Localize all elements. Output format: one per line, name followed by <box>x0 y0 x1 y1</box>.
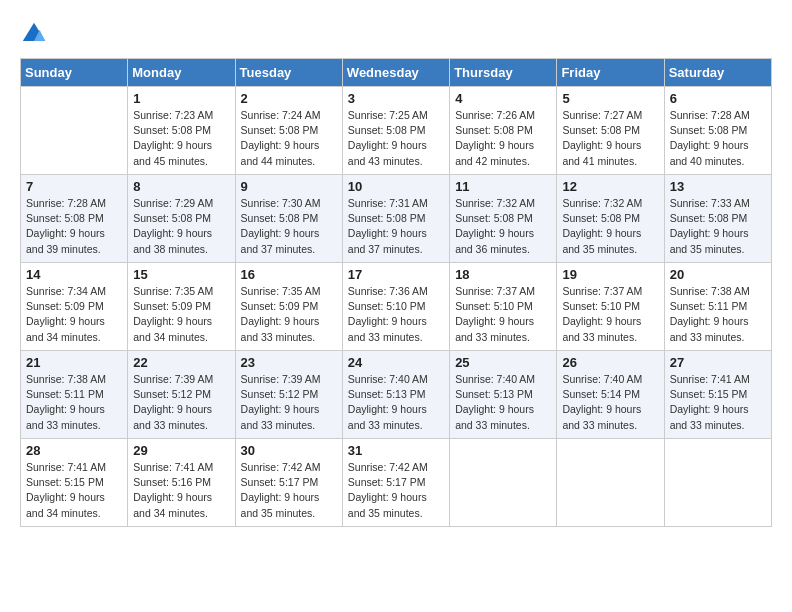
day-info: Sunrise: 7:27 AM Sunset: 5:08 PM Dayligh… <box>562 108 658 169</box>
calendar-cell: 6Sunrise: 7:28 AM Sunset: 5:08 PM Daylig… <box>664 87 771 175</box>
day-number: 4 <box>455 91 551 106</box>
weekday-header: Saturday <box>664 59 771 87</box>
weekday-header: Friday <box>557 59 664 87</box>
weekday-header: Wednesday <box>342 59 449 87</box>
day-info: Sunrise: 7:28 AM Sunset: 5:08 PM Dayligh… <box>670 108 766 169</box>
day-info: Sunrise: 7:29 AM Sunset: 5:08 PM Dayligh… <box>133 196 229 257</box>
day-info: Sunrise: 7:30 AM Sunset: 5:08 PM Dayligh… <box>241 196 337 257</box>
day-info: Sunrise: 7:37 AM Sunset: 5:10 PM Dayligh… <box>562 284 658 345</box>
calendar-week-row: 14Sunrise: 7:34 AM Sunset: 5:09 PM Dayli… <box>21 263 772 351</box>
day-number: 7 <box>26 179 122 194</box>
calendar-cell: 20Sunrise: 7:38 AM Sunset: 5:11 PM Dayli… <box>664 263 771 351</box>
day-info: Sunrise: 7:32 AM Sunset: 5:08 PM Dayligh… <box>455 196 551 257</box>
day-info: Sunrise: 7:35 AM Sunset: 5:09 PM Dayligh… <box>133 284 229 345</box>
day-number: 26 <box>562 355 658 370</box>
weekday-header: Monday <box>128 59 235 87</box>
calendar-cell: 29Sunrise: 7:41 AM Sunset: 5:16 PM Dayli… <box>128 439 235 527</box>
day-number: 23 <box>241 355 337 370</box>
day-info: Sunrise: 7:38 AM Sunset: 5:11 PM Dayligh… <box>26 372 122 433</box>
calendar-cell: 14Sunrise: 7:34 AM Sunset: 5:09 PM Dayli… <box>21 263 128 351</box>
calendar-cell: 13Sunrise: 7:33 AM Sunset: 5:08 PM Dayli… <box>664 175 771 263</box>
day-number: 9 <box>241 179 337 194</box>
calendar-cell: 26Sunrise: 7:40 AM Sunset: 5:14 PM Dayli… <box>557 351 664 439</box>
day-info: Sunrise: 7:41 AM Sunset: 5:15 PM Dayligh… <box>26 460 122 521</box>
day-info: Sunrise: 7:37 AM Sunset: 5:10 PM Dayligh… <box>455 284 551 345</box>
day-info: Sunrise: 7:25 AM Sunset: 5:08 PM Dayligh… <box>348 108 444 169</box>
calendar-cell: 2Sunrise: 7:24 AM Sunset: 5:08 PM Daylig… <box>235 87 342 175</box>
day-number: 20 <box>670 267 766 282</box>
day-number: 2 <box>241 91 337 106</box>
page-container: SundayMondayTuesdayWednesdayThursdayFrid… <box>20 20 772 527</box>
calendar-cell: 9Sunrise: 7:30 AM Sunset: 5:08 PM Daylig… <box>235 175 342 263</box>
day-info: Sunrise: 7:40 AM Sunset: 5:13 PM Dayligh… <box>455 372 551 433</box>
day-number: 11 <box>455 179 551 194</box>
calendar-body: 1Sunrise: 7:23 AM Sunset: 5:08 PM Daylig… <box>21 87 772 527</box>
day-info: Sunrise: 7:32 AM Sunset: 5:08 PM Dayligh… <box>562 196 658 257</box>
calendar-cell <box>21 87 128 175</box>
calendar-cell: 1Sunrise: 7:23 AM Sunset: 5:08 PM Daylig… <box>128 87 235 175</box>
day-info: Sunrise: 7:41 AM Sunset: 5:16 PM Dayligh… <box>133 460 229 521</box>
weekday-header: Tuesday <box>235 59 342 87</box>
day-info: Sunrise: 7:42 AM Sunset: 5:17 PM Dayligh… <box>241 460 337 521</box>
calendar-cell: 21Sunrise: 7:38 AM Sunset: 5:11 PM Dayli… <box>21 351 128 439</box>
day-number: 18 <box>455 267 551 282</box>
calendar-week-row: 1Sunrise: 7:23 AM Sunset: 5:08 PM Daylig… <box>21 87 772 175</box>
calendar-cell: 10Sunrise: 7:31 AM Sunset: 5:08 PM Dayli… <box>342 175 449 263</box>
calendar-cell: 3Sunrise: 7:25 AM Sunset: 5:08 PM Daylig… <box>342 87 449 175</box>
day-info: Sunrise: 7:39 AM Sunset: 5:12 PM Dayligh… <box>133 372 229 433</box>
calendar-cell: 31Sunrise: 7:42 AM Sunset: 5:17 PM Dayli… <box>342 439 449 527</box>
calendar-cell: 25Sunrise: 7:40 AM Sunset: 5:13 PM Dayli… <box>450 351 557 439</box>
day-number: 25 <box>455 355 551 370</box>
logo <box>20 20 52 48</box>
day-number: 19 <box>562 267 658 282</box>
calendar-cell: 27Sunrise: 7:41 AM Sunset: 5:15 PM Dayli… <box>664 351 771 439</box>
calendar-week-row: 21Sunrise: 7:38 AM Sunset: 5:11 PM Dayli… <box>21 351 772 439</box>
day-info: Sunrise: 7:38 AM Sunset: 5:11 PM Dayligh… <box>670 284 766 345</box>
day-number: 6 <box>670 91 766 106</box>
day-info: Sunrise: 7:33 AM Sunset: 5:08 PM Dayligh… <box>670 196 766 257</box>
day-info: Sunrise: 7:39 AM Sunset: 5:12 PM Dayligh… <box>241 372 337 433</box>
day-number: 14 <box>26 267 122 282</box>
day-number: 29 <box>133 443 229 458</box>
calendar-cell: 24Sunrise: 7:40 AM Sunset: 5:13 PM Dayli… <box>342 351 449 439</box>
calendar-cell: 22Sunrise: 7:39 AM Sunset: 5:12 PM Dayli… <box>128 351 235 439</box>
calendar-cell <box>450 439 557 527</box>
day-info: Sunrise: 7:40 AM Sunset: 5:13 PM Dayligh… <box>348 372 444 433</box>
day-info: Sunrise: 7:26 AM Sunset: 5:08 PM Dayligh… <box>455 108 551 169</box>
calendar-cell: 5Sunrise: 7:27 AM Sunset: 5:08 PM Daylig… <box>557 87 664 175</box>
calendar-cell: 15Sunrise: 7:35 AM Sunset: 5:09 PM Dayli… <box>128 263 235 351</box>
day-number: 10 <box>348 179 444 194</box>
day-number: 22 <box>133 355 229 370</box>
logo-icon <box>20 20 48 48</box>
day-info: Sunrise: 7:36 AM Sunset: 5:10 PM Dayligh… <box>348 284 444 345</box>
day-number: 5 <box>562 91 658 106</box>
day-info: Sunrise: 7:35 AM Sunset: 5:09 PM Dayligh… <box>241 284 337 345</box>
day-number: 30 <box>241 443 337 458</box>
day-number: 24 <box>348 355 444 370</box>
day-number: 1 <box>133 91 229 106</box>
calendar-cell <box>664 439 771 527</box>
day-info: Sunrise: 7:40 AM Sunset: 5:14 PM Dayligh… <box>562 372 658 433</box>
day-number: 27 <box>670 355 766 370</box>
calendar-table: SundayMondayTuesdayWednesdayThursdayFrid… <box>20 58 772 527</box>
calendar-cell: 19Sunrise: 7:37 AM Sunset: 5:10 PM Dayli… <box>557 263 664 351</box>
day-info: Sunrise: 7:31 AM Sunset: 5:08 PM Dayligh… <box>348 196 444 257</box>
day-info: Sunrise: 7:42 AM Sunset: 5:17 PM Dayligh… <box>348 460 444 521</box>
calendar-cell: 4Sunrise: 7:26 AM Sunset: 5:08 PM Daylig… <box>450 87 557 175</box>
day-number: 21 <box>26 355 122 370</box>
calendar-cell: 23Sunrise: 7:39 AM Sunset: 5:12 PM Dayli… <box>235 351 342 439</box>
day-number: 28 <box>26 443 122 458</box>
calendar-cell: 12Sunrise: 7:32 AM Sunset: 5:08 PM Dayli… <box>557 175 664 263</box>
day-info: Sunrise: 7:28 AM Sunset: 5:08 PM Dayligh… <box>26 196 122 257</box>
day-number: 12 <box>562 179 658 194</box>
calendar-cell: 16Sunrise: 7:35 AM Sunset: 5:09 PM Dayli… <box>235 263 342 351</box>
calendar-cell: 11Sunrise: 7:32 AM Sunset: 5:08 PM Dayli… <box>450 175 557 263</box>
calendar-cell: 7Sunrise: 7:28 AM Sunset: 5:08 PM Daylig… <box>21 175 128 263</box>
weekday-row: SundayMondayTuesdayWednesdayThursdayFrid… <box>21 59 772 87</box>
weekday-header: Sunday <box>21 59 128 87</box>
calendar-cell <box>557 439 664 527</box>
calendar-cell: 8Sunrise: 7:29 AM Sunset: 5:08 PM Daylig… <box>128 175 235 263</box>
header <box>20 20 772 48</box>
calendar-cell: 17Sunrise: 7:36 AM Sunset: 5:10 PM Dayli… <box>342 263 449 351</box>
day-number: 17 <box>348 267 444 282</box>
